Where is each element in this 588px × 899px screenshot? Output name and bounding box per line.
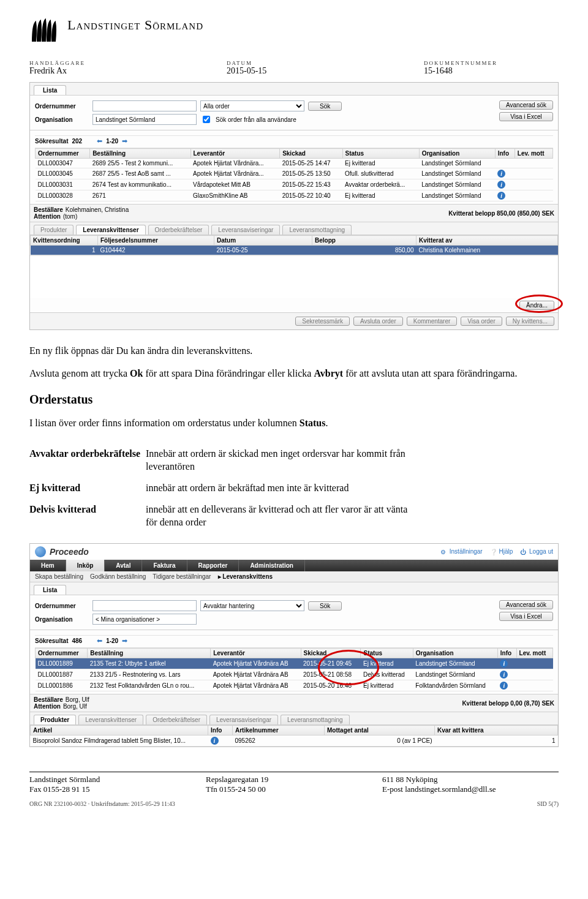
- kth-fs[interactable]: Följesedelsnummer: [98, 236, 214, 246]
- tab-lista-2[interactable]: Lista: [34, 585, 66, 595]
- org-logo-icon: [29, 17, 58, 45]
- settings-link[interactable]: ⚙ Inställningar: [440, 548, 483, 555]
- pth-artikel[interactable]: Artikel: [31, 726, 208, 735]
- subtab2-levkv[interactable]: Leveranskvittenser: [78, 715, 143, 724]
- subtab2-produkter[interactable]: Produkter: [34, 715, 76, 724]
- pth-kvar[interactable]: Kvar att kvittera: [435, 726, 558, 735]
- def-term: Avvaktar orderbekräftelse: [29, 448, 146, 473]
- th-ordernr[interactable]: Ordernummer: [36, 149, 90, 159]
- th-info[interactable]: Info: [495, 149, 514, 159]
- table-row[interactable]: DLL00018862132 Test Folktandvården GLn o…: [36, 680, 553, 691]
- product-table: Artikel Info Artikelnummer Mottaget anta…: [30, 725, 558, 747]
- help-link[interactable]: ❔ Hjälp: [490, 548, 513, 555]
- subtab-leveransaviseringar[interactable]: Leveransaviseringar: [211, 225, 280, 235]
- ordernr-input[interactable]: [92, 100, 197, 111]
- subtab-leveranskvittenser[interactable]: Leveranskvittenser: [76, 225, 145, 235]
- subtab-orderbekraftelser[interactable]: Orderbekräftelser: [148, 225, 209, 235]
- change-button[interactable]: Ändra...: [519, 301, 554, 310]
- kvittens-row[interactable]: 1 G104442 2015-05-25 850,00 Christina Ko…: [31, 246, 558, 255]
- crumb-tidigare[interactable]: Tidigare beställningar: [153, 573, 211, 580]
- crumb-skapa[interactable]: Skapa beställning: [35, 573, 83, 580]
- tab-lista[interactable]: Lista: [34, 85, 66, 95]
- info-icon[interactable]: i: [497, 192, 505, 200]
- meta-datum: 2015-05-15: [227, 66, 424, 76]
- th-levmott[interactable]: Lev. mott: [514, 149, 552, 159]
- next-page-icon[interactable]: ➡: [122, 137, 127, 145]
- th2-status[interactable]: Status: [361, 649, 413, 658]
- nav-admin[interactable]: Administration: [239, 560, 305, 571]
- ordernr-input-2[interactable]: [92, 600, 197, 611]
- subtab-produkter[interactable]: Produkter: [34, 225, 74, 235]
- all-users-label: Sök order från alla användare: [216, 116, 296, 123]
- nav-hem[interactable]: Hem: [30, 560, 66, 571]
- sekretess-button[interactable]: Sekretessmärk: [295, 317, 350, 326]
- pth-artnr[interactable]: Artikelnummer: [233, 726, 325, 735]
- table-row[interactable]: DLL00018892135 Test 2: Utbyte 1 artikelA…: [36, 658, 553, 669]
- kth-bel[interactable]: Belopp: [312, 236, 417, 246]
- table-row[interactable]: DLL00030282671GlaxoSmithKline AB2015-05-…: [36, 190, 553, 201]
- prev-page-icon-2[interactable]: ⬅: [97, 637, 102, 645]
- def-term: Ej kvitterad: [29, 482, 146, 495]
- th2-levmott[interactable]: Lev. mott: [516, 649, 552, 658]
- prev-page-icon[interactable]: ⬅: [97, 137, 102, 145]
- all-users-checkbox[interactable]: [203, 116, 210, 123]
- info-icon[interactable]: i: [497, 181, 505, 189]
- table-row[interactable]: DLL00030452687 25/5 - Test AoB samt ...A…: [36, 168, 553, 179]
- kvitterat-belopp: Kvitterat belopp 850,00 (850,00) SEK: [448, 210, 554, 217]
- info-icon[interactable]: i: [500, 682, 508, 690]
- product-row[interactable]: Bisoprolol Sandoz Filmdragerad tablett 5…: [31, 735, 558, 747]
- info-icon[interactable]: i: [500, 671, 508, 679]
- th2-ordernr[interactable]: Ordernummer: [36, 649, 88, 658]
- table-row[interactable]: DLL00030312674 Test av kommunikatio...Vå…: [36, 179, 553, 190]
- ny-kvittens-button[interactable]: Ny kvittens...: [506, 317, 554, 326]
- result-range-2: 1-20: [106, 638, 118, 644]
- paragraph-2: Avsluta genom att trycka Ok för att spar…: [29, 367, 559, 380]
- th-status[interactable]: Status: [342, 149, 419, 159]
- subtab2-orderb[interactable]: Orderbekräftelser: [146, 715, 207, 724]
- crumb-godkann[interactable]: Godkänn beställning: [90, 573, 146, 580]
- th2-org[interactable]: Organisation: [413, 649, 497, 658]
- info-icon[interactable]: i: [497, 170, 505, 178]
- table-row[interactable]: DLL00018872133 21/5 - Restnotering vs. L…: [36, 669, 553, 680]
- subtab2-levav[interactable]: Leveransaviseringar: [209, 715, 278, 724]
- pth-info[interactable]: Info: [208, 726, 233, 735]
- proceedo-logo: Proceedo: [35, 546, 89, 557]
- info-icon[interactable]: i: [500, 660, 508, 668]
- table-row[interactable]: DLL00030472689 25/5 - Test 2 kommuni...A…: [36, 159, 553, 168]
- visa-order-button[interactable]: Visa order: [461, 317, 502, 326]
- filter-select-2[interactable]: Avvaktar hantering: [200, 600, 304, 611]
- th-best[interactable]: Beställning: [90, 149, 190, 159]
- org-input-2[interactable]: [92, 614, 197, 625]
- kth-av[interactable]: Kvitterat av: [417, 236, 558, 246]
- kommentarer-button[interactable]: Kommentarer: [407, 317, 458, 326]
- th-skick[interactable]: Skickad: [280, 149, 342, 159]
- th-lev[interactable]: Leverantör: [190, 149, 280, 159]
- subtab-leveransmottagning[interactable]: Leveransmottagning: [282, 225, 352, 235]
- show-in-excel-button-2[interactable]: Visa i Excel: [499, 612, 553, 621]
- org-input[interactable]: [92, 114, 197, 125]
- th2-info[interactable]: Info: [497, 649, 516, 658]
- kth-ord[interactable]: Kvittensordning: [31, 236, 98, 246]
- avsluta-order-button[interactable]: Avsluta order: [353, 317, 403, 326]
- th-org[interactable]: Organisation: [419, 149, 495, 159]
- nav-rapport[interactable]: Rapporter: [187, 560, 239, 571]
- advanced-search-button[interactable]: Avancerad sök: [499, 100, 553, 110]
- th2-skick[interactable]: Skickad: [301, 649, 361, 658]
- nav-inkop[interactable]: Inköp: [66, 560, 105, 571]
- nav-avtal[interactable]: Avtal: [105, 560, 142, 571]
- def-desc: innebär att en delleverans är kvitterad …: [146, 503, 415, 529]
- th2-best[interactable]: Beställning: [88, 649, 211, 658]
- search-button-2[interactable]: Sök: [308, 601, 342, 611]
- pth-mott[interactable]: Mottaget antal: [325, 726, 435, 735]
- advanced-search-button-2[interactable]: Avancerad sök: [499, 600, 553, 609]
- next-page-icon-2[interactable]: ➡: [122, 637, 127, 645]
- filter-select[interactable]: Alla order: [200, 100, 304, 111]
- nav-faktura[interactable]: Faktura: [142, 560, 187, 571]
- logout-link[interactable]: ⏻ Logga ut: [520, 548, 553, 555]
- info-icon[interactable]: i: [211, 737, 219, 745]
- th2-lev[interactable]: Leverantör: [211, 649, 301, 658]
- search-button[interactable]: Sök: [308, 102, 342, 111]
- show-in-excel-button[interactable]: Visa i Excel: [499, 112, 553, 121]
- subtab2-levmott[interactable]: Leveransmottagning: [281, 715, 350, 724]
- kth-datum[interactable]: Datum: [214, 236, 312, 246]
